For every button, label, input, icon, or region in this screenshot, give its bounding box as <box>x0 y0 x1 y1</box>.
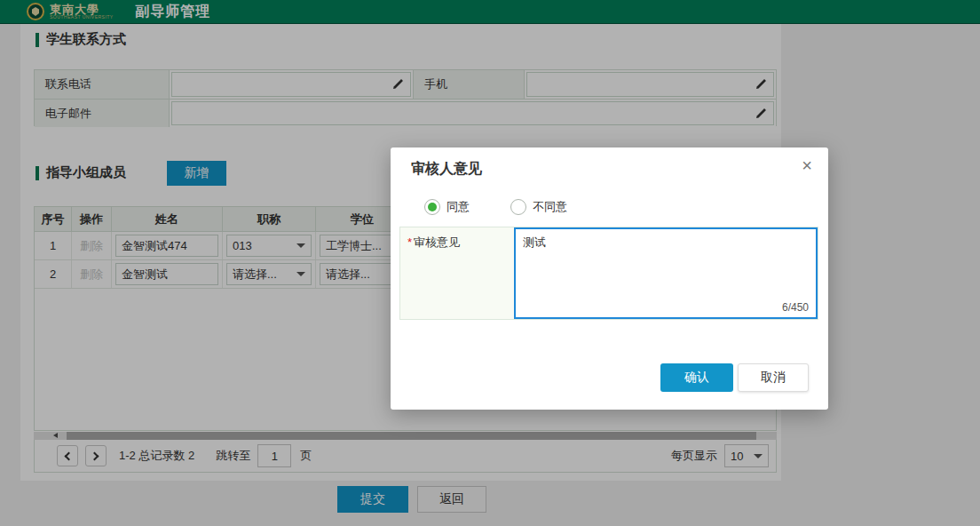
decision-radio-group: 同意 不同意 <box>424 199 567 215</box>
required-asterisk: * <box>407 235 412 249</box>
review-opinion-modal: 审核人意见 × 同意 不同意 *审核意见 测试 6/450 确认 取消 <box>391 147 828 410</box>
review-field-label: 审核意见 <box>414 235 460 249</box>
radio-selected-icon[interactable] <box>424 199 440 215</box>
review-field-label-cell: *审核意见 <box>400 227 514 319</box>
cancel-button[interactable]: 取消 <box>738 363 809 392</box>
modal-title: 审核人意见 <box>411 160 482 179</box>
radio-unselected-icon[interactable] <box>510 199 526 215</box>
radio-agree-label: 同意 <box>447 199 470 215</box>
review-opinion-textarea[interactable]: 测试 <box>514 227 818 319</box>
review-form-row: *审核意见 测试 6/450 <box>399 227 818 320</box>
confirm-button[interactable]: 确认 <box>660 363 733 392</box>
radio-disagree[interactable]: 不同意 <box>510 199 567 215</box>
review-textarea-wrap: 测试 6/450 <box>514 227 818 319</box>
radio-agree[interactable]: 同意 <box>424 199 470 215</box>
close-icon[interactable]: × <box>798 153 816 178</box>
radio-disagree-label: 不同意 <box>533 199 567 215</box>
app-screen: 東南大學 SOUTHEAST UNIVERSITY 副导师管理 学生联系方式 联… <box>0 0 980 526</box>
